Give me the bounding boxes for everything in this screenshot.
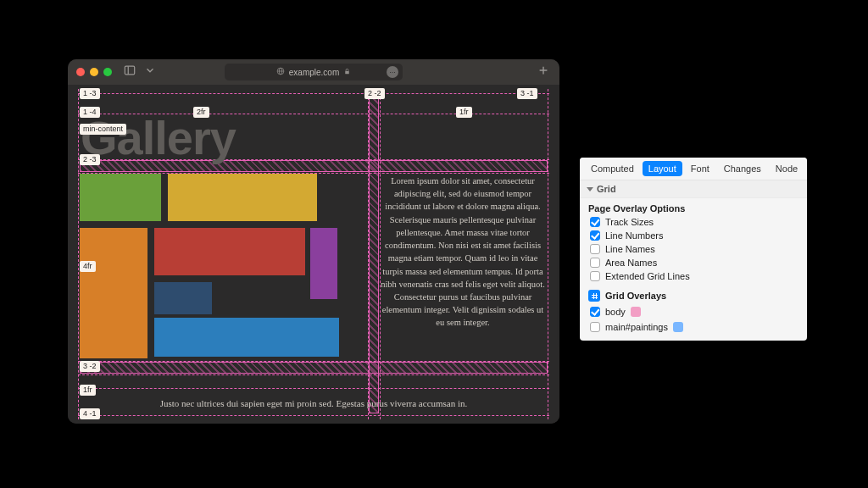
globe-icon bbox=[276, 67, 285, 77]
checkbox[interactable] bbox=[590, 322, 600, 332]
grid-line-tag: 1 -3 bbox=[80, 88, 100, 99]
grid-track-size-tag: 1fr bbox=[80, 385, 96, 396]
page-title: Gallery bbox=[81, 110, 236, 165]
painting-navy bbox=[154, 282, 212, 314]
grid-track-size-tag: 4fr bbox=[80, 261, 96, 272]
toolbar-icons bbox=[124, 64, 156, 80]
svg-rect-5 bbox=[345, 70, 349, 73]
option-line-names[interactable]: Line Names bbox=[580, 242, 807, 256]
color-swatch[interactable] bbox=[631, 307, 641, 317]
grid-line-horizontal bbox=[78, 93, 549, 94]
grid-line-horizontal bbox=[78, 388, 549, 389]
grid-line-tag: 1 -4 bbox=[80, 107, 100, 118]
tab-node[interactable]: Node bbox=[770, 161, 804, 176]
inspector-panel: Computed Layout Font Changes Node Layers… bbox=[580, 158, 807, 341]
painting-green bbox=[80, 174, 161, 221]
overlay-label: main#paintings bbox=[605, 322, 668, 332]
tab-layers[interactable]: Layers bbox=[806, 161, 807, 176]
grid-line-tag: 2 -2 bbox=[364, 88, 385, 99]
checkbox[interactable] bbox=[590, 230, 600, 241]
tab-changes[interactable]: Changes bbox=[718, 161, 767, 176]
option-extended-grid-lines[interactable]: Extended Grid Lines bbox=[580, 269, 807, 283]
overlay-label: body bbox=[605, 307, 626, 317]
grid-track-size-tag: 1fr bbox=[456, 107, 472, 118]
painting-purple bbox=[310, 228, 337, 299]
grid-gap-hatch bbox=[80, 362, 548, 374]
url-text: example.com bbox=[289, 68, 339, 77]
grid-line-vertical bbox=[78, 89, 79, 419]
close-window-button[interactable] bbox=[76, 68, 85, 76]
overlays-title-text: Grid Overlays bbox=[605, 291, 666, 301]
checkbox[interactable] bbox=[590, 271, 600, 281]
overlay-main-paintings[interactable]: main#paintings bbox=[580, 320, 807, 336]
checkbox[interactable] bbox=[590, 307, 600, 317]
sidebar-toggle-icon[interactable] bbox=[124, 64, 136, 80]
body-paragraph: Lorem ipsum dolor sit amet, consectetur … bbox=[380, 175, 546, 330]
grid-line-horizontal bbox=[78, 374, 549, 375]
disclosure-triangle-icon bbox=[587, 187, 593, 191]
tab-computed[interactable]: Computed bbox=[585, 161, 640, 176]
footer-paragraph: Justo nec ultrices dui sapien eget mi pr… bbox=[110, 398, 517, 408]
grid-line-tag: 3 -2 bbox=[80, 361, 100, 372]
color-swatch[interactable] bbox=[673, 322, 683, 332]
option-track-sizes[interactable]: Track Sizes bbox=[580, 215, 807, 229]
painting-yellow bbox=[168, 174, 317, 221]
grid-line-horizontal bbox=[78, 415, 549, 416]
tab-layout[interactable]: Layout bbox=[643, 161, 682, 176]
option-label: Track Sizes bbox=[605, 217, 654, 227]
safari-window: example.com ··· bbox=[68, 59, 559, 424]
grid-track-size-tag: min-content bbox=[80, 124, 126, 135]
window-titlebar: example.com ··· bbox=[68, 59, 559, 85]
page-settings-icon[interactable]: ··· bbox=[387, 66, 398, 78]
option-label: Area Names bbox=[605, 258, 657, 268]
window-controls bbox=[76, 68, 112, 76]
url-bar[interactable]: example.com ··· bbox=[225, 64, 403, 80]
grid-gap-hatch bbox=[369, 95, 379, 413]
option-label: Line Numbers bbox=[605, 230, 663, 241]
lock-icon bbox=[343, 68, 351, 77]
painting-red bbox=[154, 228, 305, 275]
paintings-grid bbox=[80, 174, 368, 358]
inspector-tabs: Computed Layout Font Changes Node Layers bbox=[580, 158, 807, 180]
chevron-down-icon[interactable] bbox=[144, 64, 156, 80]
new-tab-button[interactable] bbox=[537, 64, 549, 80]
painting-blue bbox=[154, 318, 339, 357]
grid-line-tag: 4 -1 bbox=[80, 408, 100, 419]
page-viewport: Gallery Lorem ipsum dolor sit amet, cons… bbox=[68, 85, 559, 424]
grid-overlays-icon bbox=[588, 290, 600, 302]
painting-orange bbox=[80, 228, 147, 358]
option-area-names[interactable]: Area Names bbox=[580, 256, 807, 269]
section-title: Grid bbox=[597, 184, 616, 194]
svg-rect-0 bbox=[125, 66, 134, 75]
overlay-options-heading: Page Overlay Options bbox=[580, 198, 807, 215]
option-line-numbers[interactable]: Line Numbers bbox=[580, 229, 807, 242]
tab-font[interactable]: Font bbox=[685, 161, 715, 176]
grid-line-tag: 2 -3 bbox=[80, 154, 100, 165]
grid-overlays-heading: Grid Overlays bbox=[580, 283, 807, 305]
minimize-window-button[interactable] bbox=[90, 68, 98, 76]
checkbox[interactable] bbox=[590, 217, 600, 227]
option-label: Extended Grid Lines bbox=[605, 271, 690, 281]
grid-line-tag: 3 -1 bbox=[517, 88, 537, 99]
grid-track-size-tag: 2fr bbox=[193, 107, 209, 118]
grid-line-vertical bbox=[548, 89, 548, 419]
checkbox[interactable] bbox=[590, 244, 600, 254]
option-label: Line Names bbox=[605, 244, 655, 254]
checkbox[interactable] bbox=[590, 258, 600, 268]
grid-section-header[interactable]: Grid bbox=[580, 180, 807, 198]
overlay-body[interactable]: body bbox=[580, 305, 807, 320]
zoom-window-button[interactable] bbox=[103, 68, 112, 76]
